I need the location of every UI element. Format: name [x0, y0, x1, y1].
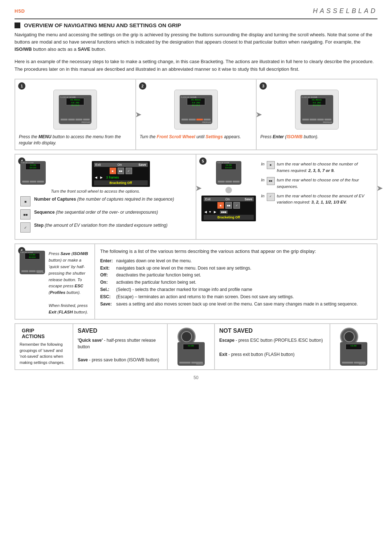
- step-4-caption: Turn the front scroll wheel to access th…: [51, 189, 191, 193]
- term-sel: Sel.: (Select) - selects the character m…: [100, 287, 372, 293]
- step-5: 5 5.6 250EV-13.0 FLASH AF ISO/WB: [196, 154, 377, 239]
- term-save: Save: saves a setting and also moves scr…: [100, 301, 372, 307]
- terms-table: Enter: navigates down one level on the m…: [100, 258, 372, 307]
- model-name: H5D: [15, 8, 25, 14]
- step-icon: ✓: [20, 222, 30, 233]
- grip-title: GRIPACTIONS: [20, 328, 68, 339]
- grip-title-cell: GRIPACTIONS Remember the following group…: [15, 324, 73, 370]
- step-6-caption: Press Save (ISO/WB button) or make a 'qu…: [49, 251, 90, 315]
- finger-press-indicator: [225, 187, 232, 193]
- menu-icon-seq-5: ■■: [225, 202, 232, 209]
- grip-actions-section: GRIPACTIONS Remember the following group…: [15, 323, 377, 370]
- step-5-arrow: ➤: [376, 185, 383, 192]
- term-on: On: activates the particular function be…: [100, 279, 372, 286]
- saved-camera-cell: 5.6 250 PROFILES: [167, 324, 215, 370]
- step-1-num: 1: [18, 82, 25, 90]
- menu-icon-step-5: ✓: [233, 202, 240, 209]
- grip-body: Remember the following groupings of 'sav…: [20, 341, 68, 365]
- menu-arrows: ◀▶ 3 frames: [94, 175, 148, 180]
- not-saved-title: NOT SAVED: [219, 328, 325, 334]
- icon-item-number-captures: ■ Number of Captures (the number of capt…: [20, 196, 191, 206]
- steps-mid-row: 4 5.6 250EV-13.0 FLASH AF ISO/WB: [15, 154, 377, 240]
- saved-text-cell: SAVED 'Quick save' - half-press shutter …: [73, 324, 167, 370]
- example-text: Here is an example of the necessary step…: [15, 58, 377, 73]
- step6-terms-row: 6 5.6 250EV-13.0 FLASH AF ISO/WB PROFILE…: [15, 243, 377, 320]
- menu-top-bar-4: Exit On Save: [94, 163, 148, 167]
- icon-items-4: ■ Number of Captures (the number of capt…: [20, 196, 191, 233]
- terms-section: The following is a list of the various t…: [95, 244, 377, 319]
- section-title: OVERVIEW OF NAVIGATING MENU AND SETTINGS…: [15, 22, 377, 28]
- quick-save-text: 'Quick save' - half-press shutter releas…: [78, 337, 163, 363]
- intro-text: Navigating the menu and accessing the se…: [15, 31, 377, 53]
- s5-icon-step: ✓: [267, 193, 275, 201]
- steps-top-row: 1 HC 80mm5.6 250EV-13.0 FLASH AF ISO/WB …: [15, 79, 377, 151]
- menu-icon-frame-5: ■: [217, 202, 224, 209]
- term-esc: ESC: (Escape) – terminates an action and…: [100, 294, 372, 300]
- step-4: 4 5.6 250EV-13.0 FLASH AF ISO/WB: [15, 154, 196, 239]
- saved-title: SAVED: [78, 328, 163, 334]
- term-off: Off: deactivates the particular function…: [100, 272, 372, 278]
- step-3-display: HC 80mm5.6 250EV-13.0: [308, 98, 326, 107]
- sequence-icon: ■■: [20, 209, 30, 219]
- page-header: H5D HASSELBLAD: [15, 7, 377, 15]
- step-2-caption: Turn the Front Scroll Wheel until Settin…: [140, 134, 253, 140]
- term-enter: Enter: navigates down one level on the m…: [100, 258, 372, 264]
- step-3: 3 HC 80mm5.6 250EV-13.0 FLASH AF ISO/WB …: [256, 79, 377, 150]
- step-2: 2 HC 80mm5.6 250EV-13.0 FLASH AF ISO/WB …: [136, 79, 257, 150]
- step-5-descriptions: In ■ turn the rear wheel to choose the n…: [261, 161, 372, 223]
- step-1-arrow: ➤: [135, 111, 142, 118]
- not-saved-camera-cell: 5.6 250 PROFILES: [330, 324, 377, 370]
- term-exit: Exit: navigates back up one level on the…: [100, 265, 372, 271]
- captures-icon: ■: [20, 196, 30, 206]
- step-2-camera: HC 80mm5.6 250EV-13.0 FLASH AF ISO/WB PR…: [174, 90, 218, 130]
- icon-item-sequence: ■■ Sequence (the sequential order of the…: [20, 209, 191, 219]
- step-3-num: 3: [260, 82, 267, 90]
- s5-icon-frame: ■: [267, 161, 275, 169]
- step-2-num: 2: [139, 82, 146, 90]
- menu-bracketing-4: Bracketing Off: [94, 180, 148, 185]
- menu-icon-seq: ■■: [118, 168, 124, 174]
- menu-icon-step: ✓: [126, 168, 132, 174]
- menu-icon-frame: ■: [110, 168, 116, 174]
- menu-top-bar-5: ExitOnSave: [204, 197, 254, 201]
- step-3-caption: Press Enter (ISO/WB button).: [260, 134, 373, 140]
- step-1: 1 HC 80mm5.6 250EV-13.0 FLASH AF ISO/WB …: [15, 79, 136, 150]
- step-1-camera: HC 80mm5.6 250EV-13.0 FLASH AF ISO/WB PR…: [53, 90, 97, 130]
- step-1-display: HC 80mm5.6 250EV-13.0: [66, 98, 84, 107]
- section-title-icon: [15, 22, 20, 28]
- icon-item-step: ✓ Step (the amount of EV variation from …: [20, 222, 191, 233]
- s5-icon-seq: ■■: [267, 177, 275, 185]
- step-2-display: HC 80mm5.6 250EV-13.0: [187, 98, 205, 107]
- page-number: 50: [15, 375, 377, 380]
- step-3-camera: HC 80mm5.6 250EV-13.0 FLASH AF ISO/WB PR…: [295, 90, 339, 130]
- not-saved-text: Escape - press ESC button (PROFILES /ESC…: [219, 337, 325, 358]
- step-4-arrow: ➤: [195, 185, 202, 192]
- terms-intro: The following is a list of the various t…: [100, 248, 372, 255]
- not-saved-text-cell: NOT SAVED Escape - press ESC button (PRO…: [215, 324, 330, 370]
- menu-arrows-5: ◀♥▶ ■■■: [204, 210, 254, 214]
- brand-name: HASSELBLAD: [313, 7, 377, 15]
- menu-bracketing-5: Bracketing Off: [204, 215, 254, 220]
- step-2-arrow: ➤: [255, 111, 262, 118]
- step-6: 6 5.6 250EV-13.0 FLASH AF ISO/WB PROFILE…: [15, 244, 95, 319]
- header-divider: [15, 19, 377, 19]
- step-1-caption: Press the MENU button to access the menu…: [19, 134, 132, 146]
